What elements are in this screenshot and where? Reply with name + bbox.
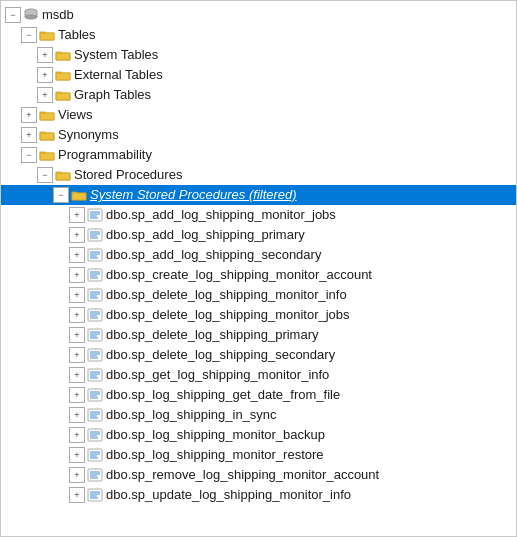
- tree-node-sp5[interactable]: + dbo.sp_delete_log_shipping_monitor_inf…: [1, 285, 516, 305]
- svg-rect-74: [88, 449, 102, 461]
- node-label-sp4: dbo.sp_create_log_shipping_monitor_accou…: [106, 265, 372, 285]
- tree-node-sp10[interactable]: + dbo.sp_log_shipping_get_date_from_file: [1, 385, 516, 405]
- sproc-icon: [87, 347, 103, 363]
- folder-icon: [39, 147, 55, 163]
- tree-node-sp2[interactable]: + dbo.sp_add_log_shipping_primary: [1, 225, 516, 245]
- svg-rect-7: [56, 73, 70, 80]
- tree-node-stored-procedures[interactable]: − Stored Procedures: [1, 165, 516, 185]
- expander-msdb[interactable]: −: [5, 7, 21, 23]
- expander-sp14[interactable]: +: [69, 467, 85, 483]
- node-label-msdb: msdb: [42, 5, 74, 25]
- svg-rect-29: [88, 269, 102, 281]
- node-label-graph-tables: Graph Tables: [74, 85, 151, 105]
- expander-sp9[interactable]: +: [69, 367, 85, 383]
- node-label-sp10: dbo.sp_log_shipping_get_date_from_file: [106, 385, 340, 405]
- tree-node-graph-tables[interactable]: + Graph Tables: [1, 85, 516, 105]
- node-label-sp14: dbo.sp_remove_log_shipping_monitor_accou…: [106, 465, 379, 485]
- tree-node-sp7[interactable]: + dbo.sp_delete_log_shipping_primary: [1, 325, 516, 345]
- expander-sp1[interactable]: +: [69, 207, 85, 223]
- tree-node-synonyms[interactable]: + Synonyms: [1, 125, 516, 145]
- tree-node-sp13[interactable]: + dbo.sp_log_shipping_monitor_restore: [1, 445, 516, 465]
- expander-sp2[interactable]: +: [69, 227, 85, 243]
- sproc-icon: [87, 367, 103, 383]
- expander-sp15[interactable]: +: [69, 487, 85, 503]
- node-label-sp6: dbo.sp_delete_log_shipping_monitor_jobs: [106, 305, 350, 325]
- svg-rect-14: [88, 209, 102, 221]
- folder-icon: [39, 107, 55, 123]
- svg-rect-49: [88, 349, 102, 361]
- sproc-icon: [87, 467, 103, 483]
- folder-icon: [39, 127, 55, 143]
- expander-graph-tables[interactable]: +: [37, 87, 53, 103]
- expander-tables[interactable]: −: [21, 27, 37, 43]
- expander-sp4[interactable]: +: [69, 267, 85, 283]
- expander-sp10[interactable]: +: [69, 387, 85, 403]
- node-label-sp1: dbo.sp_add_log_shipping_monitor_jobs: [106, 205, 336, 225]
- tree-node-tables[interactable]: − Tables: [1, 25, 516, 45]
- svg-rect-39: [88, 309, 102, 321]
- sproc-icon: [87, 267, 103, 283]
- expander-sp12[interactable]: +: [69, 427, 85, 443]
- expander-sp13[interactable]: +: [69, 447, 85, 463]
- node-label-views: Views: [58, 105, 92, 125]
- tree-node-system-tables[interactable]: + System Tables: [1, 45, 516, 65]
- tree-node-sp6[interactable]: + dbo.sp_delete_log_shipping_monitor_job…: [1, 305, 516, 325]
- folder-icon: [71, 187, 87, 203]
- node-label-tables: Tables: [58, 25, 96, 45]
- expander-system-tables[interactable]: +: [37, 47, 53, 63]
- expander-sp5[interactable]: +: [69, 287, 85, 303]
- expander-sp11[interactable]: +: [69, 407, 85, 423]
- sproc-icon: [87, 247, 103, 263]
- expander-sp8[interactable]: +: [69, 347, 85, 363]
- svg-rect-79: [88, 469, 102, 481]
- svg-rect-5: [40, 33, 54, 40]
- svg-rect-19: [88, 229, 102, 241]
- tree-node-msdb[interactable]: − msdb: [1, 5, 516, 25]
- sproc-icon: [87, 307, 103, 323]
- sproc-icon: [87, 487, 103, 503]
- svg-rect-8: [56, 93, 70, 100]
- tree-node-sp3[interactable]: + dbo.sp_add_log_shipping_secondary: [1, 245, 516, 265]
- expander-programmability[interactable]: −: [21, 147, 37, 163]
- folder-icon: [55, 47, 71, 63]
- expander-sp3[interactable]: +: [69, 247, 85, 263]
- svg-rect-59: [88, 389, 102, 401]
- tree-node-sp15[interactable]: + dbo.sp_update_log_shipping_monitor_inf…: [1, 485, 516, 505]
- expander-stored-procedures[interactable]: −: [37, 167, 53, 183]
- db-icon: [23, 7, 39, 23]
- node-label-sp12: dbo.sp_log_shipping_monitor_backup: [106, 425, 325, 445]
- node-label-sp13: dbo.sp_log_shipping_monitor_restore: [106, 445, 324, 465]
- tree-node-sp11[interactable]: + dbo.sp_log_shipping_in_sync: [1, 405, 516, 425]
- expander-sp6[interactable]: +: [69, 307, 85, 323]
- tree-node-sp9[interactable]: + dbo.sp_get_log_shipping_monitor_info: [1, 365, 516, 385]
- svg-rect-13: [72, 193, 86, 200]
- node-label-sp11: dbo.sp_log_shipping_in_sync: [106, 405, 277, 425]
- sproc-icon: [87, 207, 103, 223]
- sproc-icon: [87, 447, 103, 463]
- expander-sp7[interactable]: +: [69, 327, 85, 343]
- node-label-sp9: dbo.sp_get_log_shipping_monitor_info: [106, 365, 329, 385]
- expander-system-stored-procedures[interactable]: −: [53, 187, 69, 203]
- tree-container[interactable]: − msdb− Tables+ System Tables+ External …: [0, 0, 517, 537]
- svg-rect-10: [40, 133, 54, 140]
- node-label-synonyms: Synonyms: [58, 125, 119, 145]
- folder-icon: [55, 67, 71, 83]
- svg-rect-69: [88, 429, 102, 441]
- svg-rect-12: [56, 173, 70, 180]
- svg-point-2: [25, 15, 37, 19]
- tree-node-sp1[interactable]: + dbo.sp_add_log_shipping_monitor_jobs: [1, 205, 516, 225]
- tree-node-sp14[interactable]: + dbo.sp_remove_log_shipping_monitor_acc…: [1, 465, 516, 485]
- tree-node-sp4[interactable]: + dbo.sp_create_log_shipping_monitor_acc…: [1, 265, 516, 285]
- tree-node-programmability[interactable]: − Programmability: [1, 145, 516, 165]
- node-label-sp2: dbo.sp_add_log_shipping_primary: [106, 225, 305, 245]
- folder-icon: [39, 27, 55, 43]
- tree-node-sp8[interactable]: + dbo.sp_delete_log_shipping_secondary: [1, 345, 516, 365]
- tree-node-system-stored-procedures[interactable]: − System Stored Procedures (filtered): [1, 185, 516, 205]
- tree-node-sp12[interactable]: + dbo.sp_log_shipping_monitor_backup: [1, 425, 516, 445]
- tree-node-views[interactable]: + Views: [1, 105, 516, 125]
- tree-node-external-tables[interactable]: + External Tables: [1, 65, 516, 85]
- expander-views[interactable]: +: [21, 107, 37, 123]
- expander-external-tables[interactable]: +: [37, 67, 53, 83]
- svg-rect-64: [88, 409, 102, 421]
- expander-synonyms[interactable]: +: [21, 127, 37, 143]
